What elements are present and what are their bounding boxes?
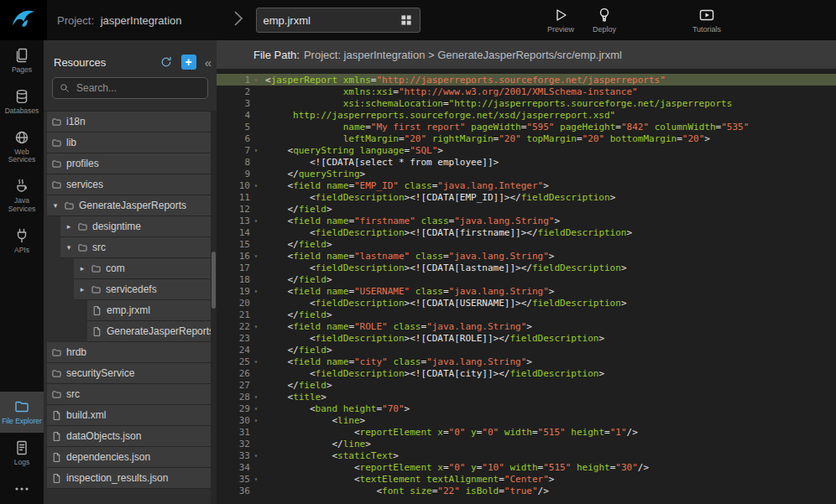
tree-item-src[interactable]: src	[47, 384, 217, 405]
chevron-right-icon[interactable]: ▸	[78, 285, 86, 294]
tree-item-com[interactable]: ▸com	[74, 258, 217, 279]
code-line-8[interactable]: 8 <![CDATA[select * from employee]]>	[217, 156, 836, 168]
tutorials-button[interactable]: Tutorials	[685, 7, 729, 34]
code-line-1[interactable]: 1▾<jasperReport xmlns="http://jasperrepo…	[217, 74, 836, 86]
chevron-right-icon[interactable]: ▸	[65, 222, 73, 231]
code-line-9[interactable]: 9 </queryString>	[217, 168, 836, 179]
tree-item-src[interactable]: ▾src	[60, 237, 217, 258]
code-line-28[interactable]: 28▾ <title>	[217, 391, 836, 403]
tree-item-hrdb[interactable]: hrdb	[47, 342, 217, 363]
code-line-35[interactable]: 35▾ <textElement textAlignment="Center">	[217, 473, 836, 485]
grid-icon[interactable]	[400, 13, 413, 27]
code-line-24[interactable]: 24 </field>	[217, 344, 836, 356]
fold-marker[interactable]: ▾	[250, 182, 262, 190]
code-line-2[interactable]: 2 xmlns:xsi="http://www.w3.org/2001/XMLS…	[217, 86, 836, 97]
code-editor[interactable]: 1▾<jasperReport xmlns="http://jasperrepo…	[217, 69, 836, 504]
project-name[interactable]: jasperIntegration	[101, 14, 182, 27]
chevron-down-icon[interactable]: ▾	[65, 243, 73, 252]
tree-item-profiles[interactable]: profiles	[47, 153, 217, 174]
code-line-29[interactable]: 29▾ <band height="70">	[217, 403, 836, 414]
code-line-21[interactable]: 21 </field>	[217, 309, 836, 320]
fold-marker[interactable]: ▾	[250, 475, 262, 483]
code-line-4[interactable]: 4 http://jasperreports.sourceforge.net/x…	[217, 109, 836, 121]
code-line-10[interactable]: 10▾ <field name="EMP_ID" class="java.lan…	[217, 179, 836, 191]
code-line-18[interactable]: 18 </field>	[217, 273, 836, 285]
chevron-right-icon[interactable]: ▸	[78, 264, 86, 273]
fold-marker[interactable]: ▾	[250, 452, 262, 460]
fold-marker[interactable]: ▾	[250, 147, 262, 154]
refresh-icon[interactable]	[159, 55, 173, 69]
code-line-27[interactable]: 27 </field>	[217, 379, 836, 391]
sidebar-item-logs[interactable]: Logs	[0, 433, 44, 474]
fold-marker[interactable]: ▾	[250, 288, 262, 295]
preview-button[interactable]: Preview	[539, 7, 583, 34]
tree-item-dataObjects.json[interactable]: dataObjects.json	[47, 426, 217, 447]
code-line-14[interactable]: 14 <fieldDescription><![CDATA[firstname]…	[217, 226, 836, 238]
fold-marker[interactable]: ▾	[250, 393, 262, 401]
chevron-down-icon[interactable]: ▾	[51, 201, 60, 210]
code-line-16[interactable]: 16▾ <field name="lastname" class="java.l…	[217, 250, 836, 262]
tree-item-securityService[interactable]: securityService	[47, 363, 217, 384]
deploy-button[interactable]: Deploy	[583, 7, 626, 34]
fold-marker[interactable]: ▾	[250, 358, 262, 366]
file-icon	[91, 305, 102, 316]
sidebar-item-file-explorer[interactable]: File Explorer	[0, 392, 44, 433]
search-input[interactable]	[52, 77, 208, 99]
tree-item-GenerateJasperReports[interactable]: ▾GenerateJasperReports	[47, 195, 217, 216]
code-line-34[interactable]: 34 <reportElement x="0" y="10" width="51…	[217, 461, 836, 473]
tree-item-servicedefs[interactable]: ▸servicedefs	[74, 279, 217, 300]
code-line-31[interactable]: 31 <reportElement x="0" y="0" width="515…	[217, 426, 836, 438]
code-line-20[interactable]: 20 <fieldDescription><![CDATA[USERNAME]]…	[217, 297, 836, 309]
code-line-19[interactable]: 19▾ <field name="USERNAME" class="java.l…	[217, 285, 836, 297]
tree-item-dependencies.json[interactable]: dependencies.json	[47, 447, 217, 468]
line-number: 3	[217, 98, 250, 109]
code-line-22[interactable]: 22▾ <field name="ROLE" class="java.lang.…	[217, 320, 836, 332]
fold-marker[interactable]: ▾	[250, 217, 262, 225]
sidebar-item-more[interactable]	[0, 474, 44, 504]
sidebar-item-web-services[interactable]: Web Services	[0, 122, 44, 172]
tree-item-designtime[interactable]: ▸designtime	[60, 216, 217, 237]
code-line-30[interactable]: 30▾ <line>	[217, 414, 836, 426]
tree-item-GenerateJasperReports.s[interactable]: GenerateJasperReports.s	[87, 321, 217, 342]
app-logo[interactable]	[0, 0, 47, 40]
tree-item-services[interactable]: services	[47, 174, 217, 195]
sidebar-item-apis[interactable]: APIs	[0, 221, 44, 262]
fold-marker[interactable]: ▾	[250, 252, 262, 260]
tree-item-emp.jrxml[interactable]: emp.jrxml	[87, 300, 217, 321]
file-selector[interactable]: emp.jrxml	[256, 8, 421, 33]
code-line-26[interactable]: 26 <fieldDescription><![CDATA[city]]></f…	[217, 367, 836, 379]
sidebar-item-java-services[interactable]: Java Services	[0, 171, 44, 221]
tree-item-build.xml[interactable]: build.xml	[47, 405, 217, 426]
resources-scrollbar[interactable]	[211, 111, 217, 504]
sidebar-item-databases[interactable]: Databases	[0, 81, 44, 122]
scrollbar-thumb[interactable]	[212, 252, 216, 309]
code-line-6[interactable]: 6 leftMargin="20" rightMargin="20" topMa…	[217, 132, 836, 144]
tree-item-inspection_results.json[interactable]: inspection_results.json	[47, 468, 217, 489]
tree-item-i18n[interactable]: i18n	[47, 112, 217, 132]
fold-marker[interactable]: ▾	[250, 323, 262, 330]
sidebar-item-pages[interactable]: Pages	[0, 40, 44, 81]
code-line-text: <queryString language="SQL">	[262, 145, 443, 156]
code-line-23[interactable]: 23 <fieldDescription><![CDATA[ROLE]]></f…	[217, 332, 836, 344]
project-info: Project: jasperIntegration	[57, 14, 182, 27]
code-line-32[interactable]: 32 </line>	[217, 438, 836, 449]
code-line-25[interactable]: 25▾ <field name="city" class="java.lang.…	[217, 356, 836, 367]
code-line-7[interactable]: 7▾ <queryString language="SQL">	[217, 144, 836, 156]
code-line-13[interactable]: 13▾ <field name="firstname" class="java.…	[217, 215, 836, 226]
tree-item-lib[interactable]: lib	[47, 132, 217, 153]
code-line-17[interactable]: 17 <fieldDescription><![CDATA[lastname]]…	[217, 262, 836, 273]
code-line-15[interactable]: 15 </field>	[217, 238, 836, 250]
tree-item-label: designtime	[92, 221, 141, 232]
fold-marker[interactable]: ▾	[250, 417, 262, 424]
collapse-panel-icon[interactable]: «	[205, 55, 210, 70]
add-resource-button[interactable]: +	[181, 55, 196, 70]
code-line-11[interactable]: 11 <fieldDescription><![CDATA[EMP_ID]]><…	[217, 191, 836, 203]
code-line-36[interactable]: 36 <font size="22" isBold="true"/>	[217, 485, 836, 496]
code-line-5[interactable]: 5 name="My first report" pageWidth="595"…	[217, 121, 836, 132]
code-line-12[interactable]: 12 </field>	[217, 203, 836, 215]
fold-marker[interactable]: ▾	[250, 76, 262, 84]
code-line-3[interactable]: 3 xsi:schemaLocation="http://jasperrepor…	[217, 97, 836, 109]
code-line-text: <field name="lastname" class="java.lang.…	[262, 251, 554, 262]
fold-marker[interactable]: ▾	[250, 405, 262, 413]
code-line-33[interactable]: 33▾ <staticText>	[217, 449, 836, 461]
